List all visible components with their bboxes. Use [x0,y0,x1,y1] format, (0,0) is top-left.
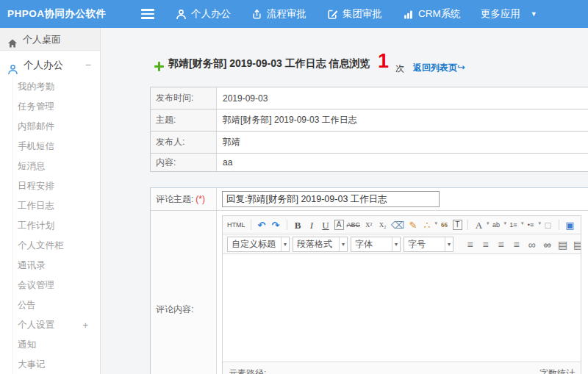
chevron-down-icon[interactable]: ▼ [531,10,537,18]
sidebar-item-label: 任务管理 [18,101,54,112]
sidebar-item-11[interactable]: 公告 [13,295,100,315]
insert-image-icon[interactable]: ▤ [557,236,568,254]
ordered-list-icon[interactable]: 1≡ [508,216,519,234]
fullscreen-icon[interactable]: ▣ [564,216,576,234]
sidebar-item-9[interactable]: 通讯录 [13,256,100,276]
sidebar-item-5[interactable]: 日程安排 [13,176,100,196]
sidebar-item-10[interactable]: 会议管理 [13,276,100,295]
link-icon[interactable]: ∞ [526,236,537,254]
nav-label: 个人办公 [191,7,231,21]
return-arrow-icon: ↪ [457,62,465,73]
sidebar-submenu: 我的考勤任务管理内部邮件手机短信短消息日程安排工作日志工作计划个人文件柜通讯录会… [12,77,100,374]
chevron-down-icon[interactable]: ▾ [339,237,347,251]
nav-label: 集团审批 [343,7,382,21]
highlight-color-icon[interactable]: ab [490,216,501,234]
editor-content-area[interactable] [223,254,581,362]
auto-format-icon[interactable]: ∴ [421,216,432,234]
sidebar-item-2[interactable]: 内部邮件 [13,117,100,137]
paste-as-text-icon[interactable]: T [453,220,462,230]
align-justify-icon[interactable]: ≡ [511,236,522,254]
sidebar-item-label: 个人设置 [18,320,54,330]
toolbar-separator [251,220,251,230]
font-size-select[interactable]: 字号▾ [404,237,453,252]
nav-more-apps[interactable]: 更多应用▼ [481,0,537,28]
bold-icon[interactable]: B [293,216,304,234]
chevron-down-icon[interactable]: ▾ [487,220,490,226]
subscript-icon[interactable]: X₂ [377,216,388,234]
scrawl-icon[interactable]: ▤ [573,236,581,254]
sidebar-item-label: 工作日志 [18,201,54,211]
back-to-list-link[interactable]: 返回列表页↪ [413,62,465,74]
sidebar-item-6[interactable]: 工作日志 [13,196,100,216]
comment-subject-input[interactable] [222,191,440,207]
label-text: 评论内容: [156,303,193,316]
info-row: 发布时间:2019-09-03 [151,87,588,109]
main-content: 郭靖[财务部] 2019-09-03 工作日志 信息浏览 1 次 返回列表页↪ … [101,28,588,374]
sidebar-item-4[interactable]: 短消息 [13,157,100,176]
nav-crm-system[interactable]: CRM系统 [402,0,461,28]
chevron-down-icon[interactable]: ▾ [281,237,289,251]
italic-icon[interactable]: I [306,216,318,234]
sidebar-item-label: 短消息 [18,161,46,171]
sidebar-group-personal-office[interactable]: 个人办公 − [0,53,100,77]
unlink-icon[interactable]: ∞ [542,236,553,254]
unordered-list-icon[interactable]: •≡ [525,216,536,234]
sidebar-item-label: 公告 [18,300,36,310]
font-color-icon[interactable]: A [473,216,484,234]
sidebar-item-after-0[interactable]: 通知 [13,335,100,355]
align-left-icon[interactable]: ≡ [465,236,476,254]
sidebar-item-label: 通讯录 [18,260,46,270]
new-page-icon[interactable]: □ [542,216,553,234]
view-count: 1 [378,50,389,73]
word-count-label[interactable]: 字数统计 [539,362,575,374]
log-info-table: 发布时间:2019-09-03主题:郭靖[财务部] 2019-09-03 工作日… [150,87,588,172]
strikethrough-icon[interactable]: ABC [347,216,361,234]
font-family-select[interactable]: 字体▾ [351,237,401,252]
nav-personal-office[interactable]: 个人办公 [175,0,231,28]
sidebar-item-settings[interactable]: 个人设置+ [13,315,100,335]
undo-icon[interactable]: ↶ [257,216,268,234]
chevron-down-icon[interactable]: ▾ [434,220,437,226]
blockquote-icon[interactable]: 66 [439,216,450,234]
toolbar2-icons: ≡≡≡≡∞∞▤▤▦⊞ [462,236,581,254]
menu-icon[interactable] [141,9,154,19]
align-center-icon[interactable]: ≡ [480,236,491,254]
chevron-down-icon[interactable]: ▾ [521,220,524,226]
superscript-icon[interactable]: X² [363,216,374,234]
comment-subject-label: 评论主题: (*) [151,188,217,210]
info-row-label: 发布时间: [151,87,217,109]
align-right-icon[interactable]: ≡ [495,236,506,254]
sidebar-item-1[interactable]: 任务管理 [13,97,100,117]
sidebar-item-label: 工作计划 [18,220,54,231]
page-title: 郭靖[财务部] 2019-09-03 工作日志 信息浏览 [168,57,370,71]
collapse-icon[interactable]: − [85,53,91,77]
info-row-value: 2019-09-03 [217,87,588,109]
sidebar-item-after-1[interactable]: 大事记 [13,355,100,374]
chevron-down-icon[interactable]: ▾ [538,220,541,226]
toolbar-separator [467,220,468,230]
sidebar-item-desktop[interactable]: 个人桌面 [0,28,100,51]
sidebar-item-8[interactable]: 个人文件柜 [13,236,100,256]
sidebar-item-3[interactable]: 手机短信 [13,137,100,157]
chevron-down-icon[interactable]: ▾ [503,220,506,226]
source-code-icon[interactable]: HTML [227,216,245,234]
redo-icon[interactable]: ↷ [270,216,282,234]
nav-workflow-approval[interactable]: 流程审批 [251,0,306,28]
underline-icon[interactable]: U [320,216,331,234]
expand-icon[interactable]: + [82,315,88,335]
sidebar-item-7[interactable]: 工作计划 [13,216,100,236]
nav-group-approval[interactable]: 集团审批 [326,0,382,28]
info-row-label: 内容: [151,154,217,171]
custom-heading-select[interactable]: 自定义标题▾ [227,237,290,252]
autotypeset-icon[interactable]: A [334,220,344,230]
comment-form: 评论主题: (*) 评论内容: HTML↶↷BIUAABCX²X₂⌫✎∴▾66T… [150,187,588,374]
select-value: 自定义标题 [228,238,281,251]
sidebar-item-0[interactable]: 我的考勤 [13,77,100,97]
info-row-label: 主题: [151,109,217,131]
person-icon [175,8,187,20]
eraser-icon[interactable]: ⌫ [391,216,404,234]
paragraph-format-select[interactable]: 段落格式▾ [293,237,348,252]
format-brush-icon[interactable]: ✎ [407,216,418,234]
chevron-down-icon[interactable]: ▾ [392,237,400,251]
chevron-down-icon[interactable]: ▾ [445,237,453,251]
